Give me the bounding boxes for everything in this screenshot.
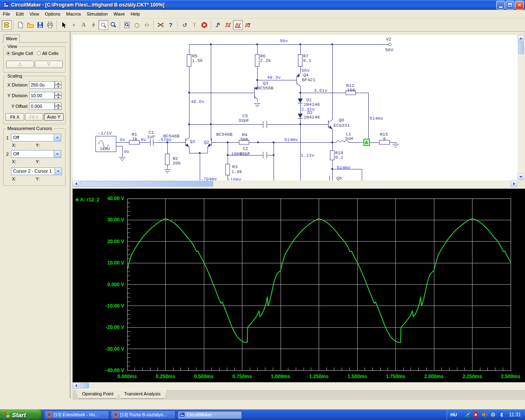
schematic-vscrollbar[interactable] — [518, 35, 525, 180]
close-button[interactable]: ✕ — [515, 1, 524, 9]
start-button-label: Start — [12, 411, 26, 418]
schematic-label: -16mv — [228, 177, 241, 180]
probe-marker-label: A — [365, 140, 368, 145]
restore-button[interactable] — [506, 1, 514, 9]
waveform-hscrollbar[interactable] — [73, 382, 525, 389]
schematic-label: 2.2k — [260, 58, 271, 63]
menu-options[interactable]: Options — [42, 10, 63, 18]
axis-tick-label: 1.500ms — [347, 374, 367, 379]
y-division-spinner[interactable] — [55, 92, 62, 99]
x-division-spinner[interactable] — [55, 81, 62, 89]
bluetooth-icon[interactable] — [498, 411, 505, 418]
mirror-icon[interactable] — [142, 20, 152, 30]
transient-waveforms-icon[interactable] — [233, 20, 243, 30]
cursor1-select[interactable]: Off — [11, 134, 61, 142]
trace-name-label[interactable]: A: r12_2 — [80, 197, 100, 203]
taskbar-task-2[interactable]: [13] Tiszta B-osztályú... — [111, 411, 176, 419]
y-offset-spinner[interactable] — [55, 103, 62, 110]
security-shield-icon[interactable] — [472, 411, 479, 418]
zoom-page-icon[interactable] — [122, 20, 132, 30]
scroll-left-icon — [75, 384, 77, 387]
x-division-input[interactable]: 250.0u — [29, 81, 55, 89]
save-file-icon[interactable] — [35, 20, 45, 30]
firefox-icon — [46, 412, 52, 418]
zoom-tool-icon[interactable] — [108, 20, 118, 30]
tab-wave[interactable]: Wave — [3, 34, 20, 43]
schematic-label: 0.1 — [303, 58, 311, 63]
schematic-label: 3uH — [345, 136, 353, 141]
menu-help[interactable]: Help — [128, 10, 143, 18]
cursor-tool-icon[interactable] — [59, 20, 69, 30]
new-file-icon[interactable] — [16, 20, 25, 30]
switch-tool-icon[interactable] — [156, 20, 166, 30]
vscroll-thumb[interactable] — [518, 42, 524, 54]
schematic-label: 0v — [124, 149, 130, 154]
resistor-symbols — [129, 55, 390, 175]
probe-marker-a[interactable]: A — [364, 139, 370, 146]
y-division-input[interactable]: 10.00 — [29, 92, 55, 99]
reset-icon[interactable]: ↺ — [180, 20, 189, 30]
title-bar[interactable]: CircuitMaker - [C:\Program Files\...\Hig… — [0, 0, 525, 10]
analog-waveforms-icon[interactable] — [223, 20, 233, 30]
cell-down-button[interactable]: ▽ — [35, 61, 63, 68]
menu-view[interactable]: View — [27, 10, 42, 18]
taskbar-task-circuitmaker[interactable]: CircuitMaker — [177, 411, 242, 419]
schematic-hscrollbar[interactable] — [73, 180, 518, 187]
cell-up-button[interactable]: △ — [6, 61, 34, 68]
cursor-diff-select[interactable]: Cursor 2 - Cursor 1 — [11, 167, 62, 175]
hscroll-thumb[interactable] — [80, 181, 213, 187]
clock[interactable]: 11:31 — [509, 412, 521, 418]
schematic-label: BF421 — [302, 78, 315, 82]
taskbar-task-1[interactable]: [13] Értesítések - Ho... — [44, 411, 109, 419]
axis-tick-label: 2.500ms — [501, 374, 520, 379]
delete-tool-icon[interactable] — [89, 20, 98, 30]
language-indicator[interactable]: HU — [450, 412, 457, 417]
minimize-button[interactable] — [496, 1, 505, 9]
start-button[interactable]: Start — [0, 409, 43, 420]
axis-tick-label: 0.000 V — [107, 282, 124, 288]
probe-tool-icon[interactable] — [98, 20, 108, 30]
tab-operating-point[interactable]: Operating Point — [75, 390, 120, 399]
waveform-hscroll-thumb[interactable] — [80, 383, 89, 388]
pen-tablet-icon[interactable] — [464, 411, 470, 418]
parts-bin-icon[interactable] — [2, 20, 11, 30]
options-wrench-icon[interactable] — [189, 20, 199, 30]
schematic-label: BC556B — [257, 86, 274, 91]
menu-macros[interactable]: Macros — [63, 10, 84, 18]
print-icon[interactable] — [45, 20, 55, 30]
digital-waveforms-icon[interactable] — [243, 20, 253, 30]
menu-simulation[interactable]: Simulation — [84, 10, 110, 18]
volume-icon[interactable] — [481, 411, 488, 418]
tab-transient-analysis[interactable]: Transient Analysis — [117, 390, 167, 399]
cursor2-select[interactable]: Off — [11, 150, 61, 158]
fit-y-button[interactable]: Fit Y — [25, 113, 43, 121]
scaling-group: Scaling X Division 250.0u Y Division 10.… — [3, 76, 66, 124]
cursor1-value: Off — [11, 134, 54, 141]
task-label: [13] Tiszta B-osztályú... — [120, 412, 167, 417]
menu-edit[interactable]: Edit — [13, 10, 27, 18]
menu-file[interactable]: File — [0, 10, 13, 18]
y-offset-input[interactable]: 0.000 — [29, 103, 55, 110]
scope-probe-icon[interactable] — [213, 20, 223, 30]
rotate-icon[interactable] — [132, 20, 142, 30]
schematic-label: Q6 — [339, 118, 344, 123]
task-label: [13] Értesítések - Ho... — [54, 412, 98, 417]
schematic-label: 50v — [280, 39, 288, 43]
waveform-axis-labels: 40.00 V30.00 V20.00 V10.00 V0.000 V-10.0… — [106, 196, 520, 379]
waveform-panel[interactable]: 40.00 V30.00 V20.00 V10.00 V0.000 V-10.0… — [73, 189, 525, 382]
radio-single-cell-label: Single Cell — [11, 51, 33, 56]
help-icon[interactable]: ? — [166, 20, 176, 30]
radio-single-cell[interactable]: Single Cell — [6, 51, 33, 56]
wire-tool-icon[interactable]: + — [69, 20, 79, 30]
menu-wave[interactable]: Wave — [111, 10, 128, 18]
cursor2-label: 2 — [6, 152, 11, 157]
schematic-label: V2 — [386, 37, 391, 42]
radio-all-cells[interactable]: All Cells — [37, 51, 59, 56]
fit-x-button[interactable]: Fit X — [5, 113, 24, 121]
schematic-canvas[interactable]: A 50vV250VR51.5kR62.2kR70.149.3v48.6vQ3B… — [73, 35, 518, 180]
stop-simulation-icon[interactable] — [199, 20, 209, 30]
text-tool-icon[interactable]: A — [79, 20, 89, 30]
auto-y-button[interactable]: Auto Y — [44, 113, 64, 121]
open-file-icon[interactable] — [25, 20, 35, 30]
device-icon[interactable] — [490, 411, 496, 418]
